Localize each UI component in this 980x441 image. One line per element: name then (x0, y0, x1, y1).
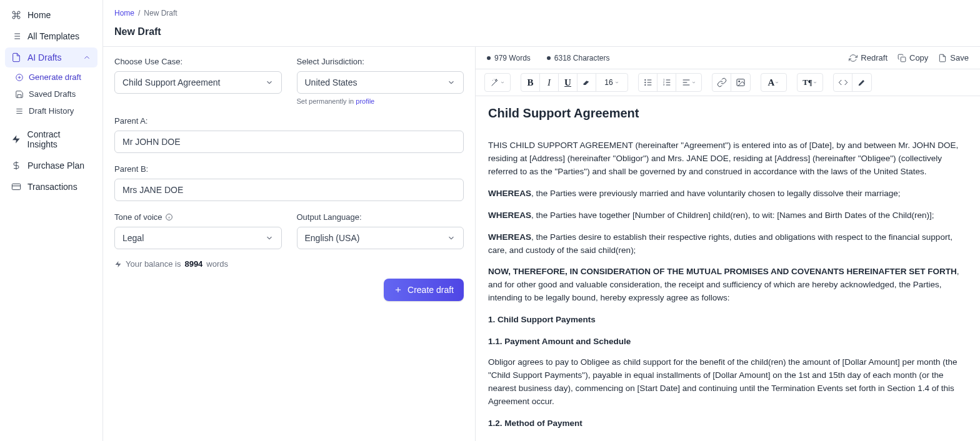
bullet-list-icon (643, 77, 653, 87)
fontsize-select[interactable]: 16 (596, 74, 628, 91)
sidebar-item-ai-drafts[interactable]: AI Drafts (5, 47, 98, 67)
lightning-icon (114, 260, 122, 268)
main-content: Home / New Draft New Draft Choose Use Ca… (103, 0, 980, 441)
doc-section-1-2-body: All Child Support Payments shall be made… (488, 438, 968, 441)
submenu-saved-drafts[interactable]: Saved Drafts (9, 86, 98, 102)
image-icon (736, 77, 746, 87)
submenu-label: Draft History (29, 106, 74, 116)
page-title: New Draft (103, 22, 980, 46)
chevron-down-icon (812, 80, 818, 85)
svg-rect-22 (901, 57, 906, 62)
jurisdiction-label: Select Jurisdiction: (297, 57, 464, 66)
svg-rect-14 (12, 184, 20, 189)
magic-button[interactable] (485, 74, 510, 91)
eraser-icon (582, 77, 592, 87)
bold-button[interactable]: B (521, 74, 540, 91)
doc-section-1-1-body: Obligor agrees to pay to Obligee as chil… (488, 356, 968, 409)
file-icon (938, 54, 947, 62)
tone-label: Tone of voice (114, 212, 282, 222)
save-icon (15, 90, 24, 99)
chevron-down-icon (774, 80, 779, 85)
create-draft-button[interactable]: Create draft (384, 279, 464, 301)
chevron-down-icon (447, 78, 456, 87)
underline-button[interactable]: U (559, 74, 578, 91)
svg-point-24 (644, 82, 645, 82)
use-case-label: Choose Use Case: (114, 57, 282, 66)
chevron-up-icon (82, 53, 91, 62)
char-count: 6318 Characters (547, 54, 610, 62)
submenu-label: Generate draft (29, 72, 81, 82)
word-count: 979 Words (487, 54, 531, 62)
svg-point-23 (644, 79, 645, 80)
breadcrumb-home[interactable]: Home (114, 9, 134, 17)
number-list-button[interactable]: 123 (658, 74, 676, 91)
sidebar-item-transactions[interactable]: Transactions (5, 177, 98, 197)
sidebar-label: All Templates (28, 31, 79, 41)
text-color-button[interactable]: A (761, 74, 786, 91)
doc-intro: THIS CHILD SUPPORT AGREEMENT (hereinafte… (488, 139, 968, 179)
sidebar-label: Purchase Plan (28, 161, 84, 171)
editor-header: 979 Words 6318 Characters Redraft Copy (476, 47, 980, 69)
form-panel: Choose Use Case: Child Support Agreement… (103, 47, 476, 441)
create-btn-label: Create draft (408, 285, 454, 295)
parent-b-input[interactable] (114, 179, 464, 201)
code-icon (838, 77, 848, 87)
sidebar-item-templates[interactable]: All Templates (5, 26, 98, 46)
breadcrumb-sep: / (138, 9, 140, 17)
eraser-button[interactable] (578, 74, 596, 91)
italic-icon: I (548, 77, 551, 88)
bold-icon: B (527, 77, 533, 88)
profile-link[interactable]: profile (356, 97, 374, 105)
chevron-down-icon (500, 80, 505, 85)
parent-b-label: Parent B: (114, 164, 464, 174)
jurisdiction-select[interactable]: United States (297, 71, 464, 94)
use-case-select[interactable]: Child Support Agreement (114, 71, 282, 94)
document-body[interactable]: Child Support Agreement THIS CHILD SUPPO… (476, 96, 980, 441)
tone-select[interactable]: Legal (114, 227, 282, 249)
paragraph-style-button[interactable]: T¶ (798, 74, 822, 91)
chevron-down-icon (447, 234, 456, 242)
paragraph-icon: T¶ (802, 77, 812, 87)
italic-button[interactable]: I (540, 74, 559, 91)
dollar-icon (11, 161, 21, 171)
use-case-value: Child Support Agreement (122, 77, 220, 87)
svg-marker-19 (116, 261, 121, 267)
sidebar-label: Home (28, 10, 51, 20)
submenu-generate-draft[interactable]: Generate draft (9, 69, 98, 86)
breadcrumb-current: New Draft (144, 9, 177, 17)
doc-now-therefore: NOW, THEREFORE, IN CONSIDERATION OF THE … (488, 265, 968, 305)
magic-wand-icon (490, 77, 500, 87)
bullet-list-button[interactable] (639, 74, 658, 91)
image-button[interactable] (731, 74, 750, 91)
breadcrumb: Home / New Draft (103, 0, 980, 22)
list-icon (11, 31, 21, 41)
sidebar: Home All Templates AI Drafts Generate dr… (0, 0, 103, 441)
svg-text:3: 3 (663, 83, 665, 86)
editor-toolbar: B I U 16 123 (476, 69, 980, 96)
sidebar-item-home[interactable]: Home (5, 5, 98, 25)
code-button[interactable] (834, 74, 852, 91)
highlight-button[interactable] (852, 74, 871, 91)
sidebar-label: AI Drafts (28, 52, 61, 62)
chevron-down-icon (614, 80, 619, 85)
jurisdiction-hint: Set permanently in profile (297, 97, 464, 105)
save-button[interactable]: Save (938, 53, 969, 62)
sidebar-item-insights[interactable]: Contract Insights (5, 124, 98, 154)
copy-button[interactable]: Copy (898, 53, 928, 62)
svg-marker-12 (12, 136, 20, 144)
parent-a-input[interactable] (114, 131, 464, 153)
align-button[interactable] (676, 74, 701, 91)
sidebar-label: Contract Insights (28, 129, 91, 149)
lang-select[interactable]: English (USA) (297, 227, 464, 249)
credit-card-icon (11, 182, 21, 192)
submenu-draft-history[interactable]: Draft History (9, 102, 98, 119)
link-button[interactable] (712, 74, 731, 91)
redraft-button[interactable]: Redraft (849, 53, 888, 62)
chevron-down-icon (265, 78, 274, 87)
hint-prefix: Set permanently in (297, 97, 356, 105)
sidebar-item-purchase[interactable]: Purchase Plan (5, 156, 98, 176)
doc-section-1-2: 1.2. Method of Payment (488, 417, 968, 430)
underline-icon: U (564, 77, 571, 88)
balance-number: 8994 (184, 259, 202, 269)
parent-a-label: Parent A: (114, 116, 464, 126)
